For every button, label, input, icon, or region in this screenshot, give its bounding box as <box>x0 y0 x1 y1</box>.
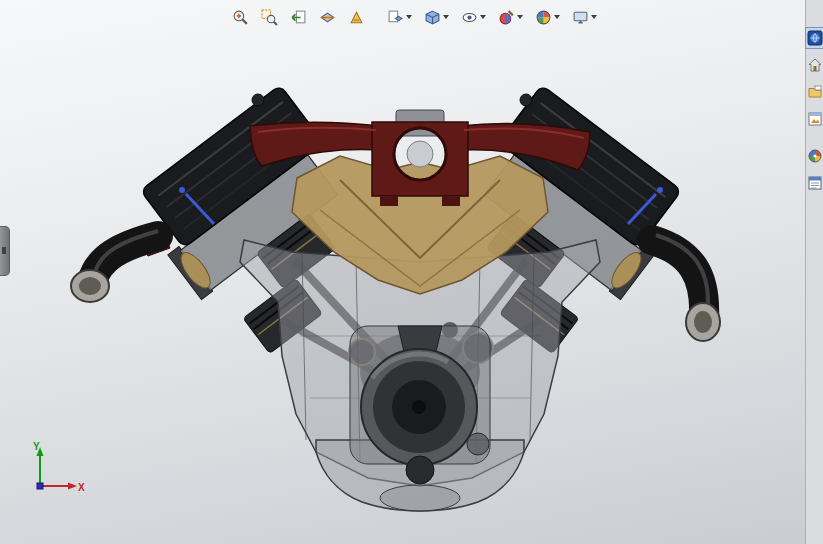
dropdown-arrow-icon <box>517 15 523 19</box>
view-palette-icon <box>807 111 823 127</box>
shaded-cube-icon <box>424 9 441 26</box>
task-appearances-scenes[interactable] <box>806 146 823 166</box>
view-cube-sheet-icon <box>387 9 404 26</box>
view-toolbar <box>230 6 599 28</box>
task-solidworks-resources[interactable] <box>806 28 823 48</box>
display-style-button[interactable] <box>422 6 451 28</box>
resources-globe-icon <box>807 30 823 46</box>
dropdown-arrow-icon <box>443 15 449 19</box>
right-exhaust-pipe[interactable] <box>652 235 720 341</box>
view-settings-button[interactable] <box>570 6 599 28</box>
apply-scene-button[interactable] <box>533 6 562 28</box>
collapsed-panel-tab[interactable] <box>0 226 10 276</box>
task-pane <box>805 0 823 544</box>
right-filler-cap <box>520 94 532 106</box>
previous-view-icon <box>290 9 307 26</box>
dropdown-arrow-icon <box>591 15 597 19</box>
edit-appearance-button[interactable] <box>496 6 525 28</box>
section-view-icon <box>319 9 336 26</box>
dropdown-arrow-icon <box>406 15 412 19</box>
harmonic-balancer[interactable] <box>350 326 490 484</box>
task-custom-properties[interactable] <box>806 173 823 193</box>
tab-grip-icon <box>2 247 6 254</box>
home-library-icon <box>807 57 823 73</box>
annotation-views-button[interactable] <box>346 6 367 28</box>
zoom-to-area-button[interactable] <box>259 6 280 28</box>
dropdown-arrow-icon <box>480 15 486 19</box>
color-sphere-icon <box>807 148 823 164</box>
z-axis-origin <box>37 483 43 489</box>
properties-list-icon <box>807 175 823 191</box>
left-exhaust-pipe[interactable] <box>71 231 158 302</box>
folder-files-icon <box>807 84 823 100</box>
previous-view-button[interactable] <box>288 6 309 28</box>
dropdown-arrow-icon <box>554 15 560 19</box>
task-file-explorer[interactable] <box>806 82 823 102</box>
eye-icon <box>461 9 478 26</box>
solidworks-window: Y X <box>0 0 823 544</box>
appearance-ball-icon <box>498 9 515 26</box>
hide-show-items-button[interactable] <box>459 6 488 28</box>
magnifier-area-icon <box>261 9 278 26</box>
left-filler-cap <box>252 94 264 106</box>
view-orientation-button[interactable] <box>385 6 414 28</box>
scene-sphere-icon <box>535 9 552 26</box>
section-view-button[interactable] <box>317 6 338 28</box>
x-axis-label: X <box>78 482 85 493</box>
annotation-icon <box>348 9 365 26</box>
x-axis-arrow <box>68 483 77 490</box>
orientation-triad[interactable]: Y X <box>26 438 88 500</box>
y-axis-label: Y <box>33 441 40 452</box>
magnifier-plus-icon <box>232 9 249 26</box>
monitor-icon <box>572 9 589 26</box>
engine-model[interactable] <box>0 0 805 544</box>
task-view-palette[interactable] <box>806 109 823 129</box>
task-design-library[interactable] <box>806 55 823 75</box>
zoom-to-fit-button[interactable] <box>230 6 251 28</box>
graphics-viewport[interactable]: Y X <box>0 0 805 544</box>
